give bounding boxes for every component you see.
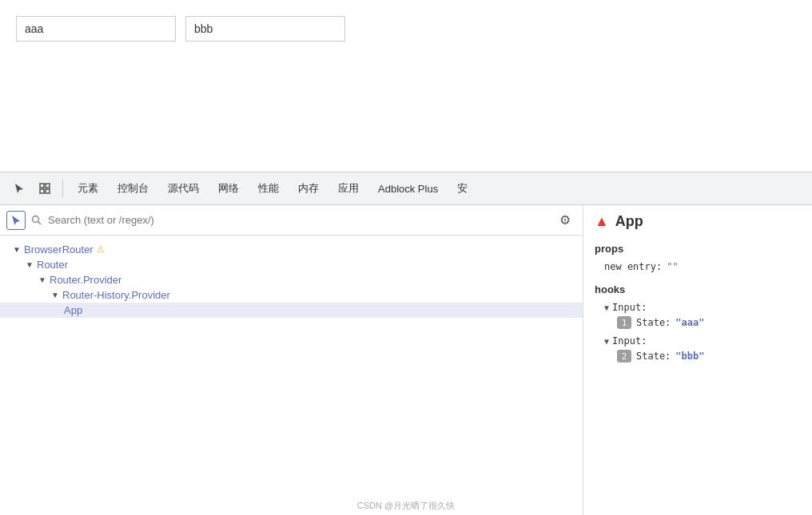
router-history-label: Router-History.Provider xyxy=(62,289,170,301)
tab-security[interactable]: 安 xyxy=(449,176,476,200)
cursor-icon-btn[interactable] xyxy=(8,177,30,200)
hook-state-row-1: 1 State: "aaa" xyxy=(595,316,801,329)
tab-memory[interactable]: 内存 xyxy=(290,176,327,200)
state-value-2: "bbb" xyxy=(675,351,704,362)
devtools-bar: 元素 控制台 源代码 网络 性能 内存 应用 Adblock Plus 安 xyxy=(0,172,812,205)
hook-arrow-2: ▼ xyxy=(604,337,609,346)
state-key-1: State: xyxy=(636,317,671,328)
state-key-2: State: xyxy=(636,351,671,362)
search-bar: ⚙ xyxy=(0,205,583,236)
tree-item-app[interactable]: App xyxy=(0,303,583,318)
app-label: App xyxy=(64,304,82,316)
hook-state-row-2: 2 State: "bbb" xyxy=(595,350,801,362)
hook-number-2: 2 xyxy=(617,350,631,362)
input-bbb[interactable] xyxy=(185,16,345,42)
svg-point-4 xyxy=(33,216,39,222)
tree-item-router-history-provider[interactable]: ▼ Router-History.Provider xyxy=(0,287,583,303)
svg-rect-3 xyxy=(46,189,50,193)
tab-application[interactable]: 应用 xyxy=(330,176,367,200)
svg-rect-0 xyxy=(40,184,44,188)
hook-arrow-1: ▼ xyxy=(604,303,609,312)
tree-item-browser-router[interactable]: ▼ BrowserRouter ⚠ xyxy=(0,242,583,257)
browser-router-label: BrowserRouter xyxy=(24,244,94,256)
tree-item-router[interactable]: ▼ Router xyxy=(0,257,583,272)
arrow-browser-router: ▼ xyxy=(13,245,21,254)
left-panel: ⚙ ▼ BrowserRouter ⚠ ▼ Router ▼ Router.Pr… xyxy=(0,205,583,515)
props-section-title: props xyxy=(595,243,801,255)
state-value-1: "aaa" xyxy=(675,317,704,328)
search-input[interactable] xyxy=(48,214,549,226)
arrow-router-provider: ▼ xyxy=(38,275,46,284)
component-title-row: ▲ App xyxy=(595,213,801,230)
tab-elements[interactable]: 元素 xyxy=(70,176,106,200)
hooks-section: hooks ▼ Input: 1 State: "aaa" ▼ Input: 2… xyxy=(595,283,801,362)
router-provider-label: Router.Provider xyxy=(50,274,121,286)
hook-number-1: 1 xyxy=(617,316,631,329)
inspect-toggle-icon[interactable] xyxy=(6,211,26,230)
arrow-router-history: ▼ xyxy=(51,291,59,299)
watermark: CSDN @月光晒了很久快 xyxy=(357,500,455,512)
hook-item-1: ▼ Input: xyxy=(595,302,801,313)
prop-key-new-entry: new entry: xyxy=(604,261,662,272)
svg-line-5 xyxy=(38,221,42,224)
tree-item-router-provider[interactable]: ▼ Router.Provider xyxy=(0,272,583,287)
browser-content-area xyxy=(0,0,812,172)
inspect-icon-btn[interactable] xyxy=(34,177,56,200)
gear-icon-btn[interactable]: ⚙ xyxy=(554,209,576,232)
component-name-label: App xyxy=(615,213,643,230)
tab-adblock[interactable]: Adblock Plus xyxy=(370,178,446,200)
hook-item-2: ▼ Input: xyxy=(595,335,801,347)
warning-triangle-icon: ▲ xyxy=(595,213,609,230)
svg-rect-2 xyxy=(40,189,44,193)
hooks-section-title: hooks xyxy=(595,283,801,295)
tab-sources[interactable]: 源代码 xyxy=(160,176,207,200)
hook-label-2: Input: xyxy=(612,335,647,347)
warning-icon-browser-router: ⚠ xyxy=(97,244,105,255)
separator-1 xyxy=(62,180,63,197)
devtools-main: ⚙ ▼ BrowserRouter ⚠ ▼ Router ▼ Router.Pr… xyxy=(0,205,812,515)
router-label: Router xyxy=(37,259,68,271)
search-icon xyxy=(30,214,43,227)
component-tree: ▼ BrowserRouter ⚠ ▼ Router ▼ Router.Prov… xyxy=(0,236,583,515)
tab-console[interactable]: 控制台 xyxy=(109,176,157,200)
right-panel: ▲ App props new entry: "" hooks ▼ Input:… xyxy=(583,205,812,515)
prop-new-entry: new entry: "" xyxy=(595,261,801,272)
hook-label-1: Input: xyxy=(612,302,647,313)
tab-network[interactable]: 网络 xyxy=(210,176,247,200)
arrow-router: ▼ xyxy=(26,260,34,269)
tab-performance[interactable]: 性能 xyxy=(250,176,287,200)
svg-rect-1 xyxy=(46,184,50,188)
input-aaa[interactable] xyxy=(16,16,176,42)
prop-value-new-entry: "" xyxy=(667,261,678,272)
